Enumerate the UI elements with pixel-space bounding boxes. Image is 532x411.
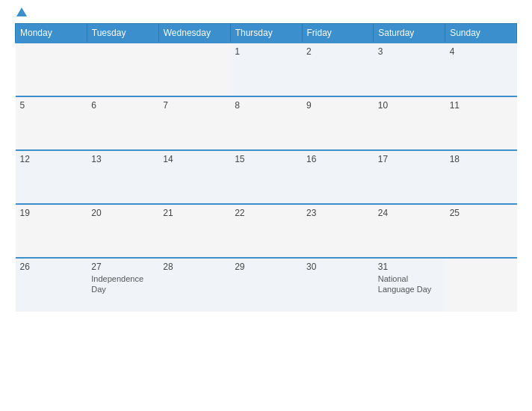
calendar-week-1: 1234 xyxy=(16,43,517,96)
calendar-cell: 3 xyxy=(374,43,445,96)
calendar-cell: 23 xyxy=(302,204,374,258)
weekday-header-wednesday: Wednesday xyxy=(158,24,230,43)
logo-blue-text xyxy=(15,7,27,17)
calendar-week-4: 19202122232425 xyxy=(16,204,517,258)
calendar-week-2: 567891011 xyxy=(16,96,517,150)
weekday-header-friday: Friday xyxy=(302,24,374,43)
calendar-cell: 15 xyxy=(230,150,302,204)
weekday-header-saturday: Saturday xyxy=(374,24,445,43)
day-number: 16 xyxy=(306,154,369,164)
day-number: 9 xyxy=(306,100,369,111)
calendar-cell xyxy=(16,43,87,96)
day-event: Independence Day xyxy=(91,274,154,295)
day-number: 28 xyxy=(163,262,226,272)
calendar-cell: 24 xyxy=(374,204,445,258)
calendar-cell: 12 xyxy=(16,150,87,204)
calendar-cell: 28 xyxy=(158,258,230,312)
calendar-cell: 11 xyxy=(445,96,517,150)
calendar-cell: 7 xyxy=(158,96,230,150)
day-number: 27 xyxy=(91,262,154,272)
day-number: 6 xyxy=(91,100,154,111)
day-number: 3 xyxy=(378,46,441,57)
day-number: 15 xyxy=(235,154,297,164)
weekday-header-sunday: Sunday xyxy=(445,24,517,43)
header xyxy=(15,7,517,17)
calendar-cell xyxy=(158,43,230,96)
calendar-cell: 4 xyxy=(445,43,517,96)
calendar-cell: 5 xyxy=(16,96,87,150)
day-number: 31 xyxy=(378,262,441,272)
calendar-cell: 8 xyxy=(230,96,302,150)
day-number: 1 xyxy=(235,46,297,57)
day-number: 5 xyxy=(20,100,83,111)
calendar-cell: 13 xyxy=(87,150,158,204)
calendar-cell xyxy=(445,258,517,312)
calendar-cell xyxy=(87,43,158,96)
calendar-cell: 19 xyxy=(16,204,87,258)
day-number: 26 xyxy=(20,262,83,272)
weekday-header-thursday: Thursday xyxy=(230,24,302,43)
calendar-table: MondayTuesdayWednesdayThursdayFridaySatu… xyxy=(15,23,517,312)
calendar-cell: 25 xyxy=(445,204,517,258)
day-number: 13 xyxy=(91,154,154,164)
weekday-header-tuesday: Tuesday xyxy=(87,24,158,43)
calendar-cell: 27Independence Day xyxy=(87,258,158,312)
day-number: 17 xyxy=(378,154,441,164)
day-number: 24 xyxy=(378,208,441,218)
calendar-cell: 29 xyxy=(230,258,302,312)
day-number: 12 xyxy=(20,154,83,164)
day-number: 29 xyxy=(235,262,297,272)
day-number: 4 xyxy=(450,46,513,57)
calendar-cell: 26 xyxy=(16,258,87,312)
calendar-cell: 9 xyxy=(302,96,374,150)
calendar-cell: 22 xyxy=(230,204,302,258)
day-number: 22 xyxy=(235,208,297,218)
day-number: 30 xyxy=(306,262,369,272)
calendar-cell: 21 xyxy=(158,204,230,258)
calendar-page: MondayTuesdayWednesdayThursdayFridaySatu… xyxy=(0,0,532,411)
calendar-cell: 20 xyxy=(87,204,158,258)
logo xyxy=(15,7,27,17)
calendar-cell: 1 xyxy=(230,43,302,96)
day-number: 18 xyxy=(450,154,513,164)
day-number: 7 xyxy=(163,100,226,111)
day-number: 21 xyxy=(163,208,226,218)
day-number: 20 xyxy=(91,208,154,218)
day-number: 25 xyxy=(450,208,513,218)
calendar-cell: 2 xyxy=(302,43,374,96)
calendar-week-3: 12131415161718 xyxy=(16,150,517,204)
calendar-cell: 17 xyxy=(374,150,445,204)
calendar-cell: 14 xyxy=(158,150,230,204)
logo-triangle-icon xyxy=(16,7,27,16)
calendar-week-5: 2627Independence Day28293031National Lan… xyxy=(16,258,517,312)
calendar-cell: 16 xyxy=(302,150,374,204)
day-number: 14 xyxy=(163,154,226,164)
day-number: 2 xyxy=(306,46,369,57)
weekday-header-monday: Monday xyxy=(16,24,87,43)
calendar-cell: 18 xyxy=(445,150,517,204)
calendar-cell: 30 xyxy=(302,258,374,312)
calendar-cell: 31National Language Day xyxy=(374,258,445,312)
calendar-cell: 6 xyxy=(87,96,158,150)
day-number: 19 xyxy=(20,208,83,218)
day-number: 10 xyxy=(378,100,441,111)
calendar-cell: 10 xyxy=(374,96,445,150)
calendar-body: 1234567891011121314151617181920212223242… xyxy=(16,43,517,312)
day-number: 11 xyxy=(450,100,513,111)
day-event: National Language Day xyxy=(378,274,441,295)
weekday-row: MondayTuesdayWednesdayThursdayFridaySatu… xyxy=(16,24,517,43)
calendar-header: MondayTuesdayWednesdayThursdayFridaySatu… xyxy=(16,24,517,43)
day-number: 8 xyxy=(235,100,297,111)
day-number: 23 xyxy=(306,208,369,218)
